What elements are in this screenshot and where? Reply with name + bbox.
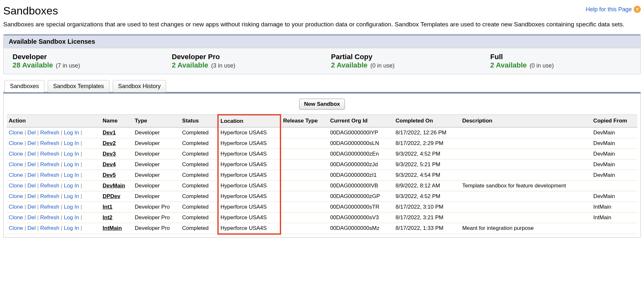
col-current-org-id: Current Org Id xyxy=(328,115,393,127)
licenses-header: Available Sandbox Licenses xyxy=(4,35,640,48)
refresh-link[interactable]: Refresh xyxy=(40,183,60,189)
license-available: 28 Available xyxy=(13,61,53,69)
license-available: 2 Available xyxy=(172,61,208,69)
license-use: (7 in use) xyxy=(54,62,80,69)
del-link[interactable]: Del xyxy=(27,130,36,136)
status-cell: Completed xyxy=(180,202,218,212)
help-link[interactable]: Help for this Page ? xyxy=(586,6,641,13)
sandbox-name-link[interactable]: Dev2 xyxy=(103,140,116,146)
location-cell: Hyperforce USA4S xyxy=(218,127,280,138)
login-link[interactable]: Log In xyxy=(64,204,79,210)
clone-link[interactable]: Clone xyxy=(9,151,23,157)
desc-cell xyxy=(460,149,591,159)
sandbox-name-link[interactable]: IntMain xyxy=(103,225,122,231)
licenses-panel: Available Sandbox Licenses Developer28 A… xyxy=(3,34,641,74)
table-row: Clone | Del | Refresh | Log In |Dev3Deve… xyxy=(7,149,637,159)
del-link[interactable]: Del xyxy=(27,214,36,221)
name-cell: Dev4 xyxy=(101,159,133,170)
name-cell: Dev2 xyxy=(101,138,133,149)
content-panel: New Sandbox ActionNameTypeStatusLocation… xyxy=(3,92,641,238)
type-cell: Developer Pro xyxy=(133,223,180,234)
del-link[interactable]: Del xyxy=(27,172,36,178)
copied-cell: DevMain xyxy=(592,149,637,159)
status-cell: Completed xyxy=(180,138,218,149)
login-link[interactable]: Log In xyxy=(64,193,79,199)
location-cell: Hyperforce USA4S xyxy=(218,138,280,149)
desc-cell xyxy=(460,191,591,202)
refresh-link[interactable]: Refresh xyxy=(40,151,60,157)
action-cell: Clone | Del | Refresh | Log In | xyxy=(7,212,101,223)
login-link[interactable]: Log In xyxy=(64,161,79,167)
del-link[interactable]: Del xyxy=(27,193,36,199)
desc-cell xyxy=(460,138,591,149)
completed-cell: 9/3/2022, 5:21 PM xyxy=(394,159,460,170)
sandbox-table: ActionNameTypeStatusLocationRelease Type… xyxy=(7,114,637,235)
desc-cell xyxy=(460,159,591,170)
completed-cell: 8/17/2022, 3:21 PM xyxy=(394,212,460,223)
refresh-link[interactable]: Refresh xyxy=(40,204,60,210)
del-link[interactable]: Del xyxy=(27,140,36,146)
release-cell xyxy=(280,212,328,223)
license-title: Developer Pro xyxy=(172,53,313,61)
clone-link[interactable]: Clone xyxy=(9,204,23,210)
sandbox-name-link[interactable]: DevMain xyxy=(103,183,125,189)
clone-link[interactable]: Clone xyxy=(9,140,23,146)
col-type: Type xyxy=(133,115,180,127)
tab-sandbox-history[interactable]: Sandbox History xyxy=(113,80,166,92)
new-sandbox-button[interactable]: New Sandbox xyxy=(299,99,345,110)
location-cell: Hyperforce USA4S xyxy=(218,159,280,170)
sandbox-name-link[interactable]: Int1 xyxy=(103,204,112,210)
clone-link[interactable]: Clone xyxy=(9,130,23,136)
intro-text: Sandboxes are special organizations that… xyxy=(3,20,641,29)
refresh-link[interactable]: Refresh xyxy=(40,193,60,199)
clone-link[interactable]: Clone xyxy=(9,161,23,167)
sandbox-name-link[interactable]: Int2 xyxy=(103,214,112,221)
refresh-link[interactable]: Refresh xyxy=(40,140,60,146)
login-link[interactable]: Log In xyxy=(64,183,79,189)
release-cell xyxy=(280,223,328,234)
login-link[interactable]: Log In xyxy=(64,172,79,178)
login-link[interactable]: Log In xyxy=(64,225,79,231)
del-link[interactable]: Del xyxy=(27,151,36,157)
refresh-link[interactable]: Refresh xyxy=(40,172,60,178)
sandbox-name-link[interactable]: Dev5 xyxy=(103,172,116,178)
help-icon: ? xyxy=(634,6,641,13)
desc-cell xyxy=(460,127,591,138)
sandbox-name-link[interactable]: Dev3 xyxy=(103,151,116,157)
clone-link[interactable]: Clone xyxy=(9,214,23,221)
status-cell: Completed xyxy=(180,127,218,138)
org-cell: 00DAG0000000sMz xyxy=(328,223,393,234)
login-link[interactable]: Log In xyxy=(64,140,79,146)
license-item: Partial Copy2 Available (0 in use) xyxy=(322,51,481,71)
del-link[interactable]: Del xyxy=(27,204,36,210)
tab-sandboxes[interactable]: Sandboxes xyxy=(5,80,44,92)
refresh-link[interactable]: Refresh xyxy=(40,225,60,231)
name-cell: Dev5 xyxy=(101,170,133,180)
action-cell: Clone | Del | Refresh | Log In | xyxy=(7,170,101,180)
clone-link[interactable]: Clone xyxy=(9,193,23,199)
del-link[interactable]: Del xyxy=(27,183,36,189)
login-link[interactable]: Log In xyxy=(64,214,79,221)
tab-sandbox-templates[interactable]: Sandbox Templates xyxy=(48,80,109,92)
copied-cell xyxy=(592,180,637,191)
release-cell xyxy=(280,170,328,180)
copied-cell: DevMain xyxy=(592,170,637,180)
type-cell: Developer xyxy=(133,149,180,159)
clone-link[interactable]: Clone xyxy=(9,172,23,178)
login-link[interactable]: Log In xyxy=(64,151,79,157)
login-link[interactable]: Log In xyxy=(64,130,79,136)
refresh-link[interactable]: Refresh xyxy=(40,214,60,221)
refresh-link[interactable]: Refresh xyxy=(40,161,60,167)
sandbox-name-link[interactable]: Dev1 xyxy=(103,130,116,136)
del-link[interactable]: Del xyxy=(27,225,36,231)
refresh-link[interactable]: Refresh xyxy=(40,130,60,136)
clone-link[interactable]: Clone xyxy=(9,183,23,189)
clone-link[interactable]: Clone xyxy=(9,225,23,231)
sandbox-name-link[interactable]: Dev4 xyxy=(103,161,116,167)
del-link[interactable]: Del xyxy=(27,161,36,167)
location-cell: Hyperforce USA4S xyxy=(218,191,280,202)
type-cell: Developer xyxy=(133,127,180,138)
sandbox-name-link[interactable]: DPDev xyxy=(103,193,120,199)
desc-cell xyxy=(460,212,591,223)
status-cell: Completed xyxy=(180,159,218,170)
